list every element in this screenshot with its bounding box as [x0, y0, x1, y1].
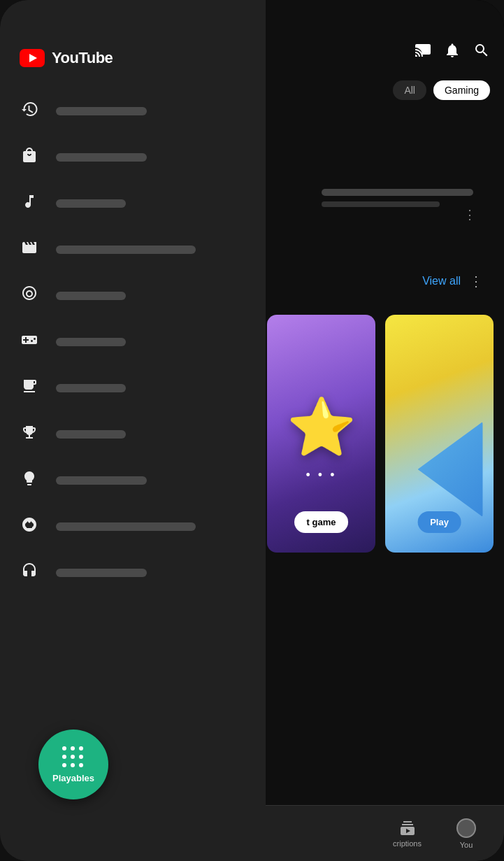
game-cards-area: ⭐ • • • t game Play — [267, 315, 494, 553]
game-card-1[interactable]: ⭐ • • • t game — [267, 315, 375, 553]
subscriptions-label: criptions — [393, 839, 422, 848]
sidebar-item-live[interactable] — [0, 273, 266, 319]
news-icon — [20, 378, 39, 399]
card-2-play-button[interactable]: Play — [417, 511, 461, 533]
music-icon — [20, 193, 39, 214]
movies-icon — [20, 239, 39, 260]
shopping-label — [56, 153, 147, 162]
game-card-2[interactable]: Play — [385, 315, 494, 553]
sidebar-item-sports[interactable] — [0, 411, 266, 457]
video-three-dots[interactable]: ⋮ — [463, 207, 476, 222]
view-all-button[interactable]: View all — [422, 275, 461, 287]
fab-grid-icon — [62, 746, 85, 769]
video-item-area: ⋮ — [322, 189, 490, 207]
youtube-logo-icon — [20, 49, 45, 67]
youtube-logo-text: YouTube — [52, 49, 113, 67]
fashion-icon — [20, 516, 39, 537]
subscriptions-icon — [399, 820, 416, 837]
star-icon: ⭐ — [287, 394, 357, 460]
music-label — [56, 199, 126, 208]
shopping-icon — [20, 147, 39, 168]
sidebar-item-podcasts[interactable] — [0, 550, 266, 596]
sidebar-item-trending[interactable] — [0, 88, 266, 134]
sidebar-item-gaming[interactable] — [0, 319, 266, 365]
sidebar-item-music[interactable] — [0, 180, 266, 227]
live-label — [56, 292, 126, 300]
nav-you[interactable]: You — [456, 818, 476, 849]
podcasts-label — [56, 569, 147, 577]
gaming-label — [56, 338, 126, 346]
filter-area: All Gaming — [393, 80, 490, 100]
sidebar-item-fashion[interactable] — [0, 504, 266, 550]
nav-subscriptions[interactable]: criptions — [393, 820, 422, 848]
movies-label — [56, 246, 196, 254]
sidebar-item-movies[interactable] — [0, 227, 266, 273]
video-title-line-2 — [322, 201, 440, 207]
learning-icon — [20, 470, 39, 491]
section-three-dots[interactable]: ⋮ — [469, 273, 483, 290]
section-header: View all ⋮ — [422, 273, 483, 290]
fab-label: Playables — [52, 773, 94, 783]
you-label: You — [460, 841, 473, 849]
fab-playables-button[interactable]: Playables — [38, 730, 108, 799]
yt-logo-area: YouTube — [0, 35, 266, 88]
cast-icon[interactable] — [415, 42, 431, 63]
phone-container: All Gaming ⋮ View all ⋮ ⭐ • • • t game — [0, 0, 504, 861]
sidebar: YouTube — [0, 0, 266, 861]
sidebar-item-shopping[interactable] — [0, 134, 266, 180]
card-2-shape — [418, 422, 483, 517]
news-label — [56, 384, 126, 392]
sports-icon — [20, 424, 39, 445]
header-icons — [415, 42, 490, 63]
learning-label — [56, 476, 147, 485]
gaming-icon — [20, 332, 39, 353]
live-icon — [20, 285, 39, 306]
filter-gaming[interactable]: Gaming — [433, 80, 490, 100]
bell-icon[interactable] — [444, 42, 461, 63]
sports-label — [56, 430, 126, 439]
fashion-label — [56, 522, 196, 531]
video-title-line-1 — [322, 189, 473, 196]
sidebar-item-learning[interactable] — [0, 457, 266, 504]
trending-label — [56, 107, 147, 115]
trending-icon — [20, 101, 39, 122]
podcasts-icon — [20, 562, 39, 583]
card-1-play-button[interactable]: t game — [294, 511, 349, 533]
search-icon[interactable] — [473, 42, 490, 63]
card-1-dots[interactable]: • • • — [306, 468, 337, 483]
you-avatar — [456, 818, 476, 838]
sidebar-item-news[interactable] — [0, 365, 266, 411]
filter-all[interactable]: All — [393, 80, 426, 100]
